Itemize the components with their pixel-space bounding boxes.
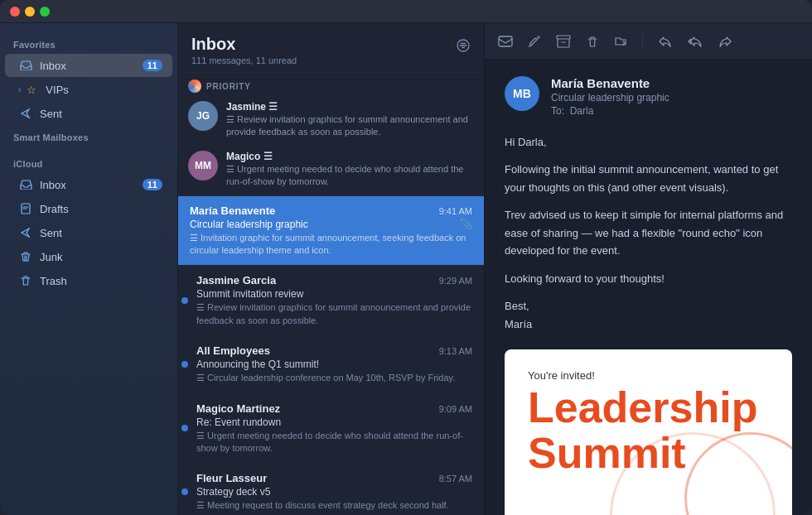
unread-dot-4 [181, 425, 188, 431]
message-item-3[interactable]: All Employees 9:13 AM Announcing the Q1 … [178, 336, 484, 393]
drafts-icon [18, 201, 33, 216]
vips-chevron: › [18, 85, 21, 94]
priority-msg-2[interactable]: MM Magico ☰ ☰ Urgent meeting needed to d… [188, 147, 474, 192]
sidebar-item-sent-fav[interactable]: Sent [5, 102, 172, 125]
icloud-label: iCloud [0, 152, 177, 172]
inbox-fav-label: Inbox [40, 60, 143, 72]
msg-sender-2: Jasmine Garcia [196, 274, 276, 286]
svg-rect-3 [557, 36, 570, 39]
sent-icloud-label: Sent [40, 227, 162, 239]
sent-icloud-icon [18, 225, 33, 240]
sidebar-item-sent-icloud[interactable]: Sent [5, 221, 172, 244]
reply-toolbar-icon[interactable] [658, 36, 672, 47]
reply-all-toolbar-icon[interactable] [687, 36, 703, 47]
attachment-icon-1: 📎 [460, 219, 472, 230]
minimize-button[interactable] [25, 7, 35, 17]
delete-toolbar-icon[interactable] [586, 35, 599, 48]
msg-preview-5: ☰ Meeting request to discuss event strat… [190, 499, 472, 512]
sent-fav-icon [18, 106, 33, 121]
sidebar-item-trash[interactable]: Trash [5, 269, 172, 292]
invitation-card: You're invited! Leadership Summit [505, 349, 792, 515]
email-to-line: To: Darla [551, 105, 669, 117]
maximize-button[interactable] [40, 7, 50, 17]
msg-time-5: 8:57 AM [439, 474, 472, 484]
msg-subject-4: Re: Event rundown [190, 416, 472, 428]
priority-avatar-1: JG [188, 101, 218, 131]
compose-toolbar-icon[interactable] [528, 35, 541, 48]
invitation-small-text: You're invited! [528, 369, 769, 382]
msg-sender-3: All Employees [196, 344, 270, 357]
sidebar-item-vips[interactable]: › ☆ VIPs [5, 78, 172, 101]
unread-dot-3 [181, 361, 188, 368]
move-toolbar-icon[interactable] [614, 35, 627, 48]
sidebar-item-drafts[interactable]: Drafts [5, 197, 172, 220]
titlebar [0, 0, 812, 23]
body-line-4: Looking forward to your thoughts! [505, 270, 792, 287]
toolbar-separator-1 [642, 33, 643, 50]
sidebar-item-inbox-fav[interactable]: Inbox 11 [5, 54, 172, 77]
favorites-label: Favorites [0, 33, 177, 53]
priority-preview-1: ☰ Review invitation graphics for summit … [226, 113, 474, 139]
svg-rect-2 [499, 36, 512, 46]
email-subject: Circular leadership graphic [551, 92, 669, 103]
msg-time-2: 9:29 AM [439, 276, 472, 286]
msg-preview-2: ☰ Review invitation graphics for summit … [190, 301, 472, 327]
sidebar-item-inbox-icloud[interactable]: Inbox 11 [5, 173, 172, 196]
inbox-icloud-label: Inbox [40, 179, 143, 191]
list-title: Inbox [191, 35, 297, 54]
forward-toolbar-icon[interactable] [718, 36, 732, 47]
priority-msg-1[interactable]: JG Jasmine ☰ ☰ Review invitation graphic… [188, 98, 474, 142]
body-line-2: Following the initial summit announcemen… [505, 161, 792, 196]
priority-icon [188, 79, 201, 93]
msg-subject-1: Circular leadership graphic 📎 [190, 219, 472, 230]
msg-time-3: 9:13 AM [439, 346, 472, 356]
inbox-icloud-badge: 11 [143, 179, 162, 190]
msg-time-1: 9:41 AM [439, 206, 472, 216]
trash-icon [18, 273, 33, 288]
list-header: Inbox 111 messages, 11 unread [178, 23, 484, 73]
email-header-info: María Benavente Circular leadership grap… [551, 76, 669, 117]
traffic-lights [10, 7, 50, 17]
priority-label: PRIORITY [188, 79, 474, 93]
sidebar-item-junk[interactable]: Junk [5, 245, 172, 268]
email-header: MB María Benavente Circular leadership g… [505, 76, 792, 117]
priority-avatar-2: MM [188, 151, 218, 180]
archive-toolbar-icon[interactable] [556, 35, 571, 48]
msg-sender-5: Fleur Lasseur [196, 472, 267, 484]
msg-subject-5: Strategy deck v5 [190, 486, 472, 498]
inbox-fav-badge: 11 [143, 60, 162, 71]
sent-fav-label: Sent [40, 108, 162, 120]
trash-label: Trash [40, 275, 162, 287]
list-subtitle: 111 messages, 11 unread [191, 55, 297, 65]
body-line-3: Trev advised us to keep it simple for in… [505, 206, 792, 259]
unread-dot-2 [181, 297, 188, 304]
messages-scroll: María Benavente 9:41 AM Circular leaders… [178, 196, 484, 515]
body-line-5: Best,María [505, 297, 792, 333]
msg-preview-4: ☰ Urgent meeting needed to decide who sh… [190, 430, 472, 455]
message-item-4[interactable]: Magico Martinez 9:09 AM Re: Event rundow… [178, 394, 484, 464]
message-item-2[interactable]: Jasmine Garcia 9:29 AM Summit invitation… [178, 266, 484, 336]
envelope-toolbar-icon[interactable] [498, 36, 513, 47]
filter-icon[interactable] [456, 38, 471, 56]
email-body: Hi Darla, Following the initial summit a… [505, 133, 792, 333]
msg-preview-1: ☰ Invitation graphic for summit announce… [190, 232, 472, 258]
priority-content-1: Jasmine ☰ ☰ Review invitation graphics f… [226, 101, 474, 139]
vips-label: VIPs [46, 84, 162, 96]
msg-subject-2: Summit invitation review [190, 288, 472, 300]
reading-content: MB María Benavente Circular leadership g… [485, 60, 812, 515]
smart-mailboxes-label: Smart Mailboxes [0, 126, 177, 146]
close-button[interactable] [10, 7, 20, 17]
priority-section: PRIORITY JG Jasmine ☰ ☰ Review invitatio… [178, 73, 484, 196]
message-item-1[interactable]: María Benavente 9:41 AM Circular leaders… [178, 196, 484, 267]
unread-dot-5 [181, 489, 188, 495]
email-to-name: Darla [570, 105, 594, 117]
message-list: Inbox 111 messages, 11 unread PRIORITY [178, 23, 485, 515]
priority-text: PRIORITY [206, 82, 251, 91]
message-item-5[interactable]: Fleur Lasseur 8:57 AM Strategy deck v5 ☰… [178, 464, 484, 515]
drafts-label: Drafts [40, 203, 162, 215]
email-sender-name: María Benavente [551, 76, 669, 90]
star-icon: ☆ [24, 82, 39, 97]
msg-preview-3: ☰ Circular leadership conference on May … [190, 372, 472, 384]
reading-pane: MB María Benavente Circular leadership g… [485, 23, 812, 515]
msg-subject-3: Announcing the Q1 summit! [190, 359, 472, 370]
